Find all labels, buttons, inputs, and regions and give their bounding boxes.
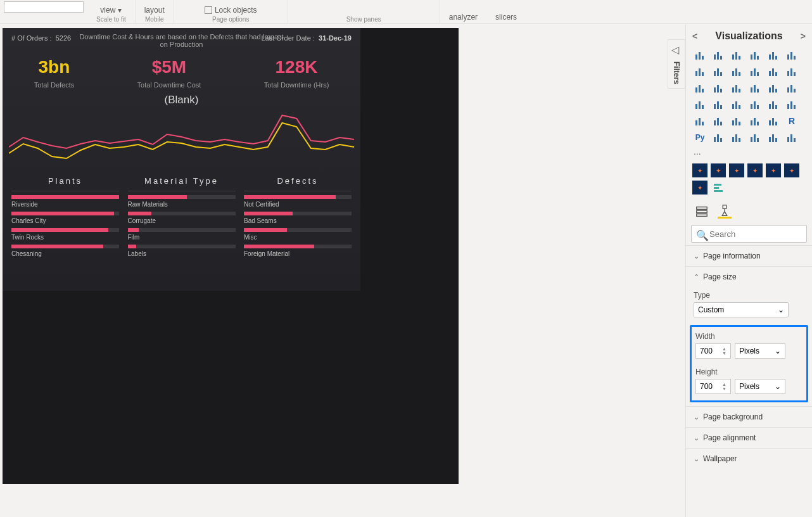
bar-item[interactable]: Foreign Material	[244, 245, 352, 257]
ribbon-analyzer[interactable]: analyzer	[440, 0, 486, 23]
bar-item[interactable]: Corrugate	[128, 212, 236, 224]
section-wallpaper[interactable]: ⌄Wallpaper	[686, 448, 812, 469]
svg-rect-73	[699, 118, 701, 125]
svg-rect-68	[775, 105, 777, 109]
multi-card-icon[interactable]	[692, 114, 707, 128]
funnel-icon[interactable]	[711, 81, 726, 95]
slicer-icon[interactable]	[729, 114, 744, 128]
area-icon[interactable]	[711, 65, 726, 79]
kpi-hours-label: Total Downtime (Hrs)	[264, 81, 329, 89]
svg-rect-58	[717, 101, 719, 109]
svg-rect-1	[699, 52, 701, 60]
stacked-column-icon[interactable]	[729, 48, 744, 62]
kpi-icon[interactable]	[711, 114, 726, 128]
report-page: # Of Orders : 5226 Last Order Date : 31-…	[3, 28, 360, 291]
section-page-alignment[interactable]: ⌄Page alignment	[686, 427, 812, 448]
custom-visual-icon[interactable]: ✦	[729, 163, 744, 177]
format-tab[interactable]	[718, 205, 732, 219]
stacked-area-icon[interactable]	[729, 65, 744, 79]
horizontal-bar-icon[interactable]	[711, 181, 726, 195]
scatter-icon[interactable]	[729, 81, 744, 95]
custom-visual-icon[interactable]: ✦	[766, 163, 781, 177]
bar-item[interactable]: Chesaning	[11, 245, 119, 257]
svg-rect-85	[772, 118, 774, 125]
bar-item[interactable]: Raw Materials	[128, 195, 236, 208]
stacked-bar-icon[interactable]	[692, 48, 707, 62]
kpi-defects-value: 3bn	[34, 57, 75, 77]
more-visuals[interactable]: ···	[686, 147, 812, 160]
svg-rect-12	[769, 54, 771, 60]
filters-pane-collapsed[interactable]: ◁ Filters	[668, 39, 685, 89]
bar-item[interactable]: Charles City	[11, 212, 119, 224]
bar-item[interactable]: Bad Seams	[244, 212, 352, 224]
line-stacked-icon[interactable]	[766, 65, 781, 79]
gauge-icon[interactable]	[766, 98, 781, 112]
svg-rect-48	[769, 87, 771, 93]
py-visual-icon[interactable]: Py	[692, 131, 707, 144]
type-select[interactable]: Custom⌄	[694, 302, 789, 317]
line-chart[interactable]	[9, 109, 354, 172]
qna-icon[interactable]	[747, 131, 763, 144]
section-page-information[interactable]: ⌄Page information	[686, 245, 812, 266]
table-icon[interactable]	[747, 114, 763, 128]
powerapps-icon[interactable]	[784, 131, 799, 144]
filled-map-icon[interactable]	[711, 98, 726, 112]
decomposition-icon[interactable]	[729, 131, 744, 144]
line-clustered-icon[interactable]	[747, 65, 763, 79]
custom-visual-icon[interactable]: ✦	[692, 163, 707, 177]
section-page-size[interactable]: ⌃Page size	[686, 266, 812, 287]
card-icon[interactable]	[784, 98, 799, 112]
report-canvas[interactable]: # Of Orders : 5226 Last Order Date : 31-…	[3, 28, 459, 484]
custom-visual-icon[interactable]: ✦	[711, 163, 726, 177]
height-unit-select[interactable]: Pixels⌄	[735, 379, 785, 394]
width-input[interactable]: 700▲▼	[695, 343, 731, 359]
shape-map-icon[interactable]	[729, 98, 744, 112]
fields-tab[interactable]	[695, 205, 709, 219]
svg-rect-67	[772, 101, 774, 109]
clustered-column-icon[interactable]	[711, 48, 726, 62]
collapse-left-icon[interactable]: <	[692, 31, 697, 41]
map-icon[interactable]	[692, 98, 707, 112]
custom-visual-icon[interactable]: ✦	[747, 163, 763, 177]
bar-item[interactable]: Misc	[244, 228, 352, 241]
ribbon-lock[interactable]: Lock objects Page options	[174, 0, 288, 23]
donut-icon[interactable]	[766, 81, 781, 95]
waterfall-icon[interactable]	[692, 81, 707, 95]
key-influencers-icon[interactable]	[711, 131, 726, 144]
bar-item[interactable]: Film	[128, 228, 236, 241]
custom-visual-icon[interactable]: ✦	[784, 163, 799, 177]
search-box[interactable]: 🔍	[691, 225, 807, 243]
svg-rect-40	[717, 85, 719, 93]
matrix-icon[interactable]	[766, 114, 781, 128]
section-page-background[interactable]: ⌄Page background	[686, 406, 812, 427]
ribbon-icon[interactable]	[784, 65, 799, 79]
plants-heading: Plants	[11, 176, 119, 186]
custom-visual-icon[interactable]: ✦	[692, 181, 707, 195]
lastdate-value: 31-Dec-19	[319, 34, 352, 42]
width-unit-select[interactable]: Pixels⌄	[735, 343, 785, 359]
bar-item[interactable]: Riverside	[11, 195, 119, 208]
height-input[interactable]: 700▲▼	[695, 379, 731, 394]
ribbon-textbox[interactable]	[4, 1, 84, 13]
ribbon-view[interactable]: view ▾ Scale to fit	[87, 0, 136, 23]
line-icon[interactable]	[692, 65, 707, 79]
treemap-icon[interactable]	[784, 81, 799, 95]
clustered-bar-icon[interactable]	[747, 48, 763, 62]
bar-item[interactable]: Twin Rocks	[11, 228, 119, 241]
collapse-right-icon[interactable]: >	[801, 31, 806, 41]
custom-visuals-row: ✦✦✦✦✦✦✦	[686, 160, 812, 198]
bar-item[interactable]: Not Certified	[244, 195, 352, 208]
pie-icon[interactable]	[747, 81, 763, 95]
paginated-icon[interactable]	[766, 131, 781, 144]
azure-map-icon[interactable]	[747, 98, 763, 112]
r-visual-icon[interactable]: R	[784, 114, 799, 128]
ribbon-slicers[interactable]: slicers	[486, 0, 526, 23]
100-stacked-column-icon[interactable]	[784, 48, 799, 62]
svg-rect-13	[772, 52, 774, 60]
bar-item[interactable]: Labels	[128, 245, 236, 257]
svg-rect-7	[735, 52, 737, 60]
ribbon-layout[interactable]: layout Mobile	[136, 0, 174, 23]
svg-rect-17	[794, 56, 796, 60]
svg-rect-30	[769, 71, 771, 76]
100-stacked-bar-icon[interactable]	[766, 48, 781, 62]
